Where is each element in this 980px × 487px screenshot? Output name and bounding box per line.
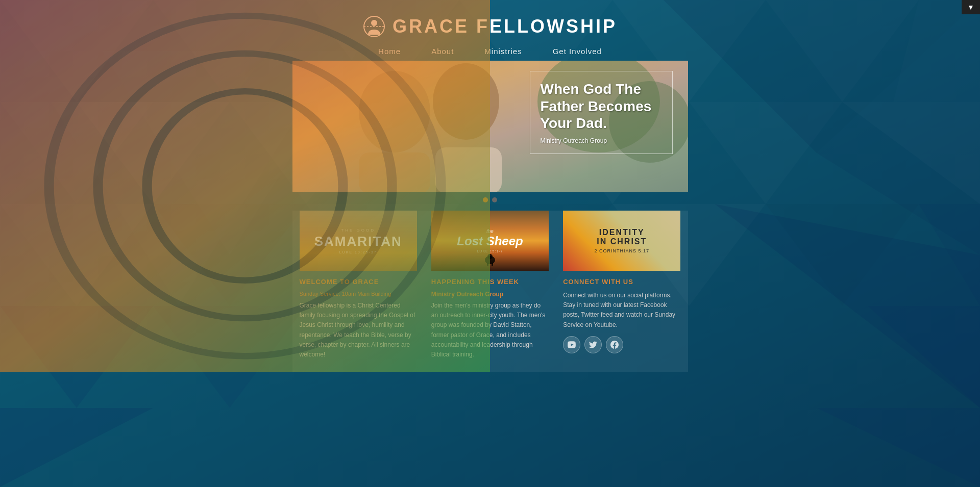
hero-text-box: When God The Father Becomes Your Dad. Mi…	[530, 71, 673, 154]
col-connect: IDENTITYIN CHRIST 2 CORINTHIANS 5:17 CON…	[556, 211, 688, 372]
youtube-icon	[568, 341, 576, 349]
twitter-icon	[589, 341, 597, 349]
card-identity[interactable]: IDENTITYIN CHRIST 2 CORINTHIANS 5:17	[563, 211, 680, 271]
card-identity-title: IDENTITYIN CHRIST	[595, 228, 650, 246]
arrow-down-icon: ▼	[967, 3, 974, 11]
twitter-button[interactable]	[584, 336, 602, 353]
hero-subtext: Ministry Outreach Group	[541, 137, 662, 144]
svg-rect-45	[492, 263, 493, 266]
col-connect-heading: CONNECT WITH US	[563, 278, 680, 286]
facebook-icon	[610, 341, 619, 349]
card-identity-ref: 2 CORINTHIANS 5:17	[595, 248, 650, 253]
top-arrow-button[interactable]: ▼	[962, 0, 980, 14]
content-area: When God The Father Becomes Your Dad. Mi…	[292, 61, 688, 372]
three-columns: THE GOOD SAMARITAN LUKE 10:25-37 WELCOME…	[292, 211, 688, 372]
youtube-button[interactable]	[563, 336, 580, 353]
social-icons	[563, 336, 680, 353]
nav-item-get-involved[interactable]: Get Involved	[553, 47, 602, 56]
facebook-button[interactable]	[606, 336, 623, 353]
hero-headline: When God The Father Becomes Your Dad.	[541, 81, 662, 132]
col-connect-body: Connect with us on our social platforms.…	[563, 291, 680, 330]
slider-dot-2[interactable]	[492, 197, 497, 202]
nav-item-ministries[interactable]: Ministries	[484, 47, 522, 56]
